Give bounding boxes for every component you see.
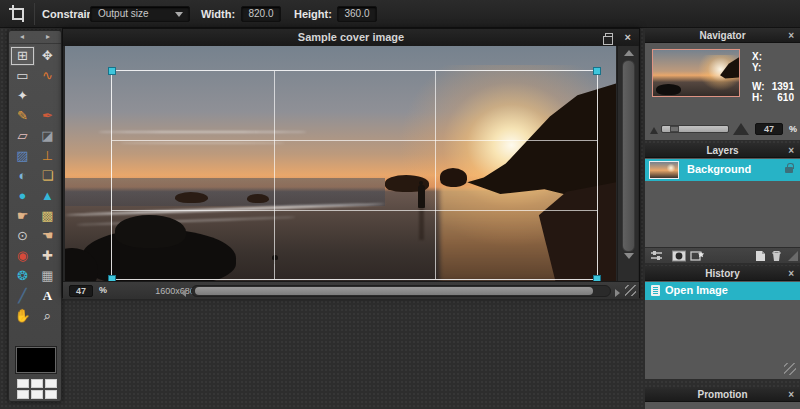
constraint-dropdown[interactable]: Output size bbox=[90, 6, 190, 22]
palette-collapse-right-icon[interactable]: ▸ bbox=[46, 32, 50, 42]
scroll-right-icon[interactable] bbox=[615, 289, 620, 297]
layer-name: Background bbox=[687, 163, 751, 175]
zoom-out-icon[interactable] bbox=[650, 127, 658, 134]
close-window-icon[interactable]: × bbox=[625, 30, 631, 45]
vertical-scrollbar[interactable] bbox=[617, 46, 638, 281]
tool-sponge[interactable]: ▩ bbox=[35, 206, 60, 226]
tool-bloat[interactable]: ❂ bbox=[10, 266, 35, 286]
tool-paint-bucket[interactable]: ◪ bbox=[35, 126, 60, 146]
navigator-header[interactable]: Navigator × bbox=[645, 28, 800, 43]
palette-collapse-left-icon[interactable]: ◂ bbox=[20, 32, 24, 42]
close-panel-icon[interactable]: × bbox=[788, 143, 794, 158]
close-panel-icon[interactable]: × bbox=[788, 28, 794, 43]
tool-marquee[interactable]: ▭ bbox=[10, 66, 35, 86]
close-panel-icon[interactable]: × bbox=[788, 266, 794, 281]
height-input[interactable]: 360.0 bbox=[337, 6, 377, 22]
window-resize-grip[interactable] bbox=[625, 285, 636, 296]
tool-red-eye[interactable]: ◉ bbox=[10, 246, 35, 266]
navigator-panel: Navigator × X: Y: W:1391 H:610 47 % bbox=[645, 28, 800, 140]
zoom-in-icon[interactable] bbox=[733, 123, 749, 135]
vertical-scroll-thumb[interactable] bbox=[622, 60, 635, 252]
restore-window-icon[interactable] bbox=[605, 33, 613, 40]
chevron-down-icon bbox=[175, 12, 183, 17]
tool-color-replace[interactable]: ◐ bbox=[10, 166, 35, 186]
tool-lasso[interactable]: ∿ bbox=[35, 66, 60, 86]
zoom-slider-thumb[interactable] bbox=[670, 126, 679, 132]
percent-label: % bbox=[99, 285, 107, 295]
crop-grid-line bbox=[112, 210, 597, 211]
tool-wand[interactable]: ✦ bbox=[10, 86, 35, 106]
scroll-left-icon[interactable] bbox=[181, 289, 186, 297]
constraint-value: Output size bbox=[98, 8, 149, 19]
tool-drawing[interactable]: ❏ bbox=[35, 166, 60, 186]
scroll-down-icon[interactable] bbox=[624, 253, 634, 259]
navigator-zoom-input[interactable]: 47 bbox=[755, 123, 783, 135]
merge-layer-icon[interactable] bbox=[787, 250, 798, 262]
delete-layer-icon[interactable] bbox=[771, 250, 782, 262]
tool-crop[interactable]: ⊞ bbox=[10, 46, 35, 66]
history-item-open-image[interactable]: Open Image bbox=[645, 282, 800, 300]
history-header[interactable]: History × bbox=[645, 266, 800, 281]
tool-palette: ◂ ▸ ⊞ ✥ ▭ ∿ ✦ ✎ ✒ ▱ ◪ ▨ ⊥ ◐ ❏ ● ▲ ☛ ▩ ⊙ … bbox=[8, 30, 62, 402]
nav-w-value: 1391 bbox=[772, 81, 794, 92]
crop-selection[interactable] bbox=[111, 70, 598, 280]
promotion-header[interactable]: Promotion × bbox=[645, 387, 800, 402]
tool-heal[interactable]: ✚ bbox=[35, 246, 60, 266]
tool-brush[interactable]: ✒ bbox=[35, 106, 60, 126]
layer-settings-icon[interactable] bbox=[650, 250, 663, 262]
document-icon bbox=[651, 285, 660, 296]
layer-thumbnail bbox=[649, 161, 679, 179]
layer-row-background[interactable]: Background bbox=[645, 159, 800, 181]
swatch-cell[interactable] bbox=[45, 390, 57, 399]
swatch-cell[interactable] bbox=[45, 379, 57, 388]
tool-move[interactable]: ✥ bbox=[35, 46, 60, 66]
tool-eraser[interactable]: ▱ bbox=[10, 126, 35, 146]
tool-type[interactable]: A bbox=[35, 286, 60, 306]
tool-dodge[interactable]: ⊙ bbox=[10, 226, 35, 246]
history-item-label: Open Image bbox=[665, 284, 728, 296]
layers-title: Layers bbox=[706, 145, 738, 156]
swatch-cell[interactable] bbox=[31, 379, 43, 388]
tool-smudge[interactable]: ☛ bbox=[10, 206, 35, 226]
close-panel-icon[interactable]: × bbox=[788, 387, 794, 402]
tool-clone-stamp[interactable]: ⊥ bbox=[35, 146, 60, 166]
new-layer-icon[interactable] bbox=[755, 250, 766, 262]
canvas-titlebar[interactable]: Sample cover image × bbox=[63, 29, 639, 46]
crop-handle-top-right[interactable] bbox=[593, 67, 601, 75]
layer-mask-icon[interactable] bbox=[672, 250, 686, 262]
lock-icon[interactable] bbox=[785, 167, 793, 173]
promotion-panel: Promotion × bbox=[645, 387, 800, 409]
add-layer-style-icon[interactable] bbox=[690, 250, 704, 262]
tool-burn[interactable]: ☚ bbox=[35, 226, 60, 246]
width-input[interactable]: 820.0 bbox=[241, 6, 281, 22]
tool-blur[interactable]: ● bbox=[10, 186, 35, 206]
zoom-input[interactable]: 47 bbox=[69, 285, 93, 297]
navigator-title: Navigator bbox=[699, 30, 745, 41]
tool-zoom[interactable]: ⌕ bbox=[35, 306, 60, 326]
crop-handle-top-left[interactable] bbox=[108, 67, 116, 75]
swatch-cell[interactable] bbox=[17, 390, 29, 399]
nav-h-label: H: bbox=[752, 92, 763, 103]
horizontal-scrollbar[interactable] bbox=[191, 285, 611, 297]
swatch-cell[interactable] bbox=[17, 379, 29, 388]
horizontal-scroll-thumb[interactable] bbox=[195, 287, 593, 295]
percent-label: % bbox=[789, 124, 797, 134]
color-swatch[interactable] bbox=[16, 347, 56, 373]
tool-color-picker[interactable]: ╱ bbox=[10, 286, 35, 306]
swatch-cell[interactable] bbox=[31, 390, 43, 399]
scroll-up-icon[interactable] bbox=[624, 50, 634, 56]
crop-icon bbox=[9, 5, 27, 23]
tool-pinch[interactable]: ▦ bbox=[35, 266, 60, 286]
panel-resize-grip[interactable] bbox=[784, 363, 796, 375]
navigator-zoom-slider[interactable] bbox=[661, 125, 729, 133]
nav-h-value: 610 bbox=[777, 92, 794, 103]
divider bbox=[34, 3, 35, 25]
tool-options-bar: Constraint: Output size Width: 820.0 Hei… bbox=[0, 0, 800, 28]
tool-pencil[interactable]: ✎ bbox=[10, 106, 35, 126]
tool-hand[interactable]: ✋ bbox=[10, 306, 35, 326]
layers-header[interactable]: Layers × bbox=[645, 143, 800, 158]
crop-grid-line bbox=[274, 71, 275, 279]
tool-sharpen[interactable]: ▲ bbox=[35, 186, 60, 206]
tool-gradient[interactable]: ▨ bbox=[10, 146, 35, 166]
navigator-thumbnail[interactable] bbox=[652, 49, 740, 97]
